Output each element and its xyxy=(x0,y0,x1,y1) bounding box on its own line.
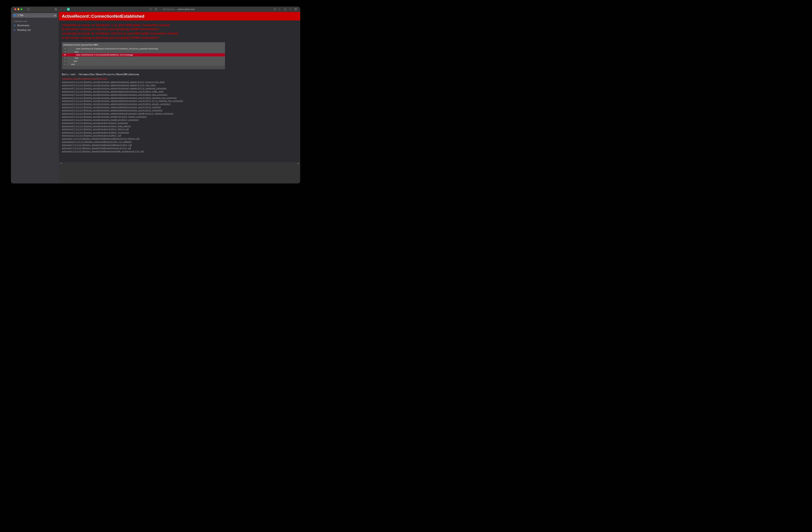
trace-line[interactable]: activerecord (7.0.0.rc1) lib/active_reco… xyxy=(62,125,297,128)
sidebar-item-label: Reading List xyxy=(17,29,31,31)
share-icon[interactable] xyxy=(284,8,286,11)
back-button[interactable]: ‹ xyxy=(60,8,62,11)
error-title: ActiveRecord::ConnectionNotEstablished xyxy=(59,12,300,20)
extract-label-pre: Extracted source (around line xyxy=(63,43,93,46)
monitor-icon xyxy=(14,14,16,16)
grammarly-extension-icon[interactable]: G xyxy=(67,8,70,11)
sidebar-tab-item[interactable]: 1 Tab ▦ xyxy=(13,13,57,18)
line-text: raise ActiveRecord::DatabaseConnectionEr… xyxy=(67,47,225,50)
code-rows: 85 raise ActiveRecord::DatabaseConnectio… xyxy=(62,47,225,66)
svg-rect-2 xyxy=(55,8,56,10)
bookmark-star-icon[interactable]: ☆ xyxy=(278,8,281,11)
console-bar: >> x xyxy=(59,162,300,165)
fullscreen-window-icon[interactable] xyxy=(20,9,23,10)
url-security-label: Not Secure — xyxy=(163,8,178,11)
sidebar-item-label: Bookmarks xyxy=(17,24,29,27)
stack-trace: activerecord (7.0.0.rc1) lib/active_reco… xyxy=(59,81,300,153)
extract-line-number: #87 xyxy=(93,43,98,46)
extract-footer xyxy=(62,66,225,69)
line-text: else xyxy=(67,50,225,54)
console-close-button[interactable]: x xyxy=(297,162,299,164)
tab-overview-icon[interactable] xyxy=(54,8,57,11)
forward-button: › xyxy=(64,8,65,11)
svg-rect-10 xyxy=(295,10,295,10)
svg-point-12 xyxy=(14,30,14,31)
trace-line[interactable]: actionpack (7.0.0.rc1) lib/action_dispat… xyxy=(62,137,297,140)
svg-rect-0 xyxy=(27,8,30,10)
trace-line[interactable]: activerecord (7.0.0.rc1) lib/active_reco… xyxy=(62,99,297,103)
sidebar-section-label: Collected Links xyxy=(12,20,58,23)
trace-line[interactable]: activerecord (7.0.0.rc1) lib/active_reco… xyxy=(62,84,297,87)
trace-tab-framework[interactable]: Framework Trace xyxy=(80,77,97,80)
extract-label-post: ): xyxy=(97,43,99,46)
trace-tab-application[interactable]: Application Trace xyxy=(62,77,78,80)
svg-rect-11 xyxy=(296,10,296,10)
line-number: 87 xyxy=(62,54,67,57)
rails-root: Rails.root: /Volumes/Dev/JDeen/Projects/… xyxy=(59,69,300,77)
address-bar[interactable]: Not Secure — admin.jdeen.test xyxy=(163,8,194,11)
trace-tab-full[interactable]: Full Trace xyxy=(98,77,107,80)
titlebar: ‹ › G Not Secure — admin.jdeen.test ↻ ☆ … xyxy=(11,6,300,12)
sidebar: 1 Tab ▦ Collected Links Bookmarks Readin… xyxy=(11,12,59,184)
trace-line[interactable]: activerecord (7.0.0.rc1) lib/active_reco… xyxy=(62,112,297,115)
trace-line[interactable]: activesupport (7.0.0.rc1) lib/active_sup… xyxy=(62,140,297,143)
line-number: 88 xyxy=(62,56,67,60)
line-number: 86 xyxy=(62,50,67,54)
reading-list-icon xyxy=(13,29,16,31)
svg-point-13 xyxy=(14,30,15,31)
line-number: 85 xyxy=(62,47,67,50)
svg-rect-8 xyxy=(295,9,295,9)
grid-icon[interactable]: ▦ xyxy=(54,14,56,16)
console-prompt[interactable]: >> xyxy=(60,162,62,164)
code-line: 86 else xyxy=(62,50,225,54)
trace-tabs: Application Trace|Framework Trace|Full T… xyxy=(59,77,300,81)
trace-line[interactable]: activerecord (7.0.0.rc1) lib/active_reco… xyxy=(62,121,297,125)
tab-count-label: 1 Tab xyxy=(17,14,23,17)
trace-line[interactable]: activerecord (7.0.0.rc1) lib/active_reco… xyxy=(62,81,297,84)
error-message: connection to server at "localhost" (::1… xyxy=(59,20,300,41)
svg-rect-4 xyxy=(155,8,157,11)
trace-line[interactable]: activerecord (7.0.0.rc1) lib/active_reco… xyxy=(62,128,297,131)
line-text: end xyxy=(67,60,225,63)
url-host: admin.jdeen.test xyxy=(178,8,194,11)
trace-line[interactable]: actionpack (7.0.0.rc1) lib/action_dispat… xyxy=(62,150,297,153)
new-tab-icon[interactable]: + xyxy=(290,8,291,11)
line-text: end xyxy=(67,56,225,60)
toolbar-actions: ☆ + xyxy=(278,8,296,11)
trace-line[interactable]: activerecord (7.0.0.rc1) lib/active_reco… xyxy=(62,102,297,105)
code-line: 85 raise ActiveRecord::DatabaseConnectio… xyxy=(62,47,225,50)
minimize-window-icon[interactable] xyxy=(17,9,19,10)
trace-line[interactable]: activerecord (7.0.0.rc1) lib/active_reco… xyxy=(62,109,297,112)
code-line: 87 raise ActiveRecord::ConnectionNotEsta… xyxy=(62,54,225,57)
sidebar-item-bookmarks[interactable]: Bookmarks xyxy=(12,23,58,28)
sidebar-item-reading-list[interactable]: Reading List xyxy=(12,28,58,32)
line-text: end xyxy=(67,63,225,66)
close-window-icon[interactable] xyxy=(14,9,16,10)
trace-line[interactable]: activerecord (7.0.0.rc1) lib/active_reco… xyxy=(62,115,297,118)
reader-mode-icon[interactable] xyxy=(155,8,157,11)
reload-icon[interactable]: ↻ xyxy=(274,8,276,11)
line-text: raise ActiveRecord::ConnectionNotEstabli… xyxy=(67,54,225,57)
browser-window: ‹ › G Not Secure — admin.jdeen.test ↻ ☆ … xyxy=(11,6,300,184)
trace-line[interactable]: activerecord (7.0.0.rc1) lib/active_reco… xyxy=(62,134,297,137)
trace-line[interactable]: activerecord (7.0.0.rc1) lib/active_reco… xyxy=(62,131,297,134)
trace-line[interactable]: actionpack (7.0.0.rc1) lib/action_dispat… xyxy=(62,147,297,150)
tab-grid-icon[interactable] xyxy=(294,8,297,11)
page-content: ActiveRecord::ConnectionNotEstablished c… xyxy=(59,12,300,184)
svg-rect-3 xyxy=(55,9,57,10)
code-line: 90 end xyxy=(62,63,225,66)
trace-line[interactable]: activerecord (7.0.0.rc1) lib/active_reco… xyxy=(62,105,297,109)
privacy-shield-icon[interactable] xyxy=(149,8,151,11)
toolbar: ‹ › G Not Secure — admin.jdeen.test ↻ ☆ … xyxy=(59,8,300,11)
svg-rect-9 xyxy=(296,9,296,9)
trace-line[interactable]: activerecord (7.0.0.rc1) lib/active_reco… xyxy=(62,90,297,93)
trace-line[interactable]: activerecord (7.0.0.rc1) lib/active_reco… xyxy=(62,118,297,121)
trace-line[interactable]: activerecord (7.0.0.rc1) lib/active_reco… xyxy=(62,96,297,99)
line-number: 90 xyxy=(62,63,67,66)
extracted-source-header: Extracted source (around line #87): xyxy=(62,42,225,47)
sidebar-toggle-icon[interactable] xyxy=(27,8,30,11)
trace-line[interactable]: activerecord (7.0.0.rc1) lib/active_reco… xyxy=(62,87,297,90)
trace-line[interactable]: activerecord (7.0.0.rc1) lib/active_reco… xyxy=(62,93,297,96)
extracted-source: Extracted source (around line #87): 85 r… xyxy=(62,42,225,69)
trace-line[interactable]: actionpack (7.0.0.rc1) lib/action_dispat… xyxy=(62,143,297,147)
